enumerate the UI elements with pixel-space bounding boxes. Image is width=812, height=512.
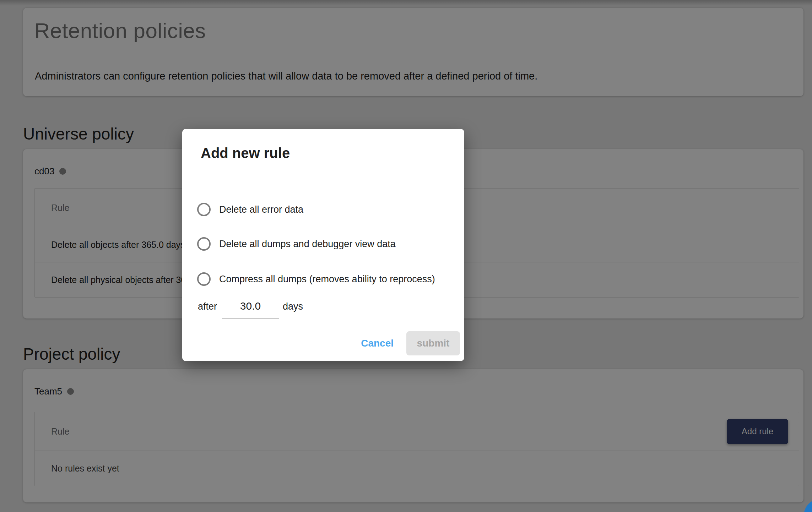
- radio-unchecked-icon[interactable]: [197, 237, 211, 251]
- radio-unchecked-icon[interactable]: [197, 272, 211, 286]
- radio-unchecked-icon[interactable]: [197, 203, 211, 216]
- dialog-actions: Cancel submit: [357, 331, 460, 355]
- after-days-row: after days: [198, 300, 303, 319]
- add-new-rule-dialog: Add new rule Delete all error data Delet…: [182, 129, 464, 361]
- option-delete-dumps-debugger-data[interactable]: Delete all dumps and debugger view data: [197, 237, 396, 251]
- days-input[interactable]: [222, 300, 279, 319]
- option-label: Delete all dumps and debugger view data: [219, 239, 396, 250]
- submit-button[interactable]: submit: [406, 331, 460, 355]
- after-label: after: [198, 301, 217, 312]
- option-delete-error-data[interactable]: Delete all error data: [197, 202, 303, 217]
- days-label: days: [283, 301, 303, 312]
- cancel-button[interactable]: Cancel: [357, 338, 398, 349]
- dialog-title: Add new rule: [201, 145, 290, 161]
- option-compress-all-dumps[interactable]: Compress all dumps (removes ability to r…: [197, 272, 435, 286]
- option-label: Compress all dumps (removes ability to r…: [219, 274, 435, 285]
- option-label: Delete all error data: [219, 204, 303, 215]
